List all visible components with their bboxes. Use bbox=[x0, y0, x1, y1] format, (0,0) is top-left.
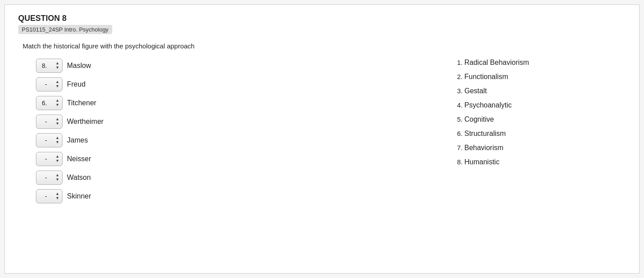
match-row: -▲▼Wertheimer bbox=[36, 115, 169, 129]
answer-item: 3.Gestalt bbox=[453, 87, 529, 95]
answer-number-2: 2. bbox=[453, 73, 463, 80]
dropdown-value-james: - bbox=[39, 137, 47, 144]
dropdown-james[interactable]: -▲▼ bbox=[36, 133, 63, 147]
dropdown-value-skinner: - bbox=[39, 193, 47, 200]
answer-number-1: 1. bbox=[453, 59, 463, 66]
figure-name-maslow: Maslow bbox=[67, 62, 91, 70]
spinner-arrows-james[interactable]: ▲▼ bbox=[55, 136, 59, 145]
spinner-arrows-wertheimer[interactable]: ▲▼ bbox=[55, 117, 59, 126]
answer-item: 7.Behaviorism bbox=[453, 144, 529, 152]
answer-number-4: 4. bbox=[453, 101, 463, 109]
matching-container: 8.▲▼Maslow-▲▼Freud6.▲▼Titchener-▲▼Werthe… bbox=[36, 59, 626, 203]
match-row: -▲▼Watson bbox=[36, 171, 169, 185]
answer-text-6: Structuralism bbox=[464, 130, 506, 138]
question-title: QUESTION 8 bbox=[18, 14, 626, 23]
dropdown-value-neisser: - bbox=[39, 155, 47, 163]
spinner-arrows-skinner[interactable]: ▲▼ bbox=[55, 192, 59, 201]
spinner-arrows-neisser[interactable]: ▲▼ bbox=[55, 155, 59, 163]
spinner-arrows-titchener[interactable]: ▲▼ bbox=[55, 99, 59, 107]
dropdown-titchener[interactable]: 6.▲▼ bbox=[36, 96, 63, 110]
figure-name-neisser: Neisser bbox=[67, 155, 91, 163]
match-row: -▲▼Skinner bbox=[36, 189, 169, 203]
figure-name-freud: Freud bbox=[67, 80, 86, 88]
question-instructions: Match the historical figure with the psy… bbox=[23, 42, 626, 50]
match-row: -▲▼Neisser bbox=[36, 152, 169, 166]
answer-item: 8.Humanistic bbox=[453, 158, 529, 166]
answer-text-2: Functionalism bbox=[464, 73, 508, 81]
answer-item: 2.Functionalism bbox=[453, 73, 529, 81]
answer-item: 6.Structuralism bbox=[453, 130, 529, 138]
figure-name-skinner: Skinner bbox=[67, 192, 91, 200]
dropdown-watson[interactable]: -▲▼ bbox=[36, 171, 63, 185]
figure-name-watson: Watson bbox=[67, 174, 91, 182]
spinner-arrows-freud[interactable]: ▲▼ bbox=[55, 80, 59, 89]
answer-text-1: Radical Behaviorism bbox=[464, 59, 529, 67]
page-container: QUESTION 8 PS10115_24SP Intro. Psycholog… bbox=[4, 4, 640, 274]
answer-number-6: 6. bbox=[453, 130, 463, 137]
dropdown-maslow[interactable]: 8.▲▼ bbox=[36, 59, 63, 73]
answer-number-8: 8. bbox=[453, 158, 463, 166]
answer-text-8: Humanistic bbox=[464, 158, 499, 166]
spinner-arrows-maslow[interactable]: ▲▼ bbox=[55, 61, 59, 70]
answer-text-3: Gestalt bbox=[464, 87, 487, 95]
spinner-arrows-watson[interactable]: ▲▼ bbox=[55, 173, 59, 182]
answer-item: 4.Psychoanalytic bbox=[453, 101, 529, 109]
dropdown-wertheimer[interactable]: -▲▼ bbox=[36, 115, 63, 129]
dropdown-value-watson: - bbox=[39, 174, 47, 181]
course-tag: PS10115_24SP Intro. Psychology bbox=[18, 25, 112, 34]
dropdown-skinner[interactable]: -▲▼ bbox=[36, 189, 63, 203]
dropdown-neisser[interactable]: -▲▼ bbox=[36, 152, 63, 166]
dropdown-value-titchener: 6. bbox=[39, 99, 47, 107]
answer-text-5: Cognitive bbox=[464, 115, 494, 123]
dropdown-value-freud: - bbox=[39, 81, 47, 88]
figure-name-titchener: Titchener bbox=[67, 99, 96, 107]
answer-item: 1.Radical Behaviorism bbox=[453, 59, 529, 67]
figure-name-james: James bbox=[67, 136, 88, 144]
dropdown-value-maslow: 8. bbox=[39, 62, 47, 69]
answer-number-3: 3. bbox=[453, 87, 463, 95]
right-column: 1.Radical Behaviorism2.Functionalism3.Ge… bbox=[453, 59, 529, 203]
left-column: 8.▲▼Maslow-▲▼Freud6.▲▼Titchener-▲▼Werthe… bbox=[36, 59, 169, 203]
answer-text-7: Behaviorism bbox=[464, 144, 503, 152]
answer-number-5: 5. bbox=[453, 115, 463, 123]
match-row: 8.▲▼Maslow bbox=[36, 59, 169, 73]
match-row: 6.▲▼Titchener bbox=[36, 96, 169, 110]
answer-number-7: 7. bbox=[453, 144, 463, 151]
match-row: -▲▼Freud bbox=[36, 77, 169, 91]
answer-text-4: Psychoanalytic bbox=[464, 101, 512, 109]
question-header: QUESTION 8 PS10115_24SP Intro. Psycholog… bbox=[18, 14, 626, 40]
match-row: -▲▼James bbox=[36, 133, 169, 147]
figure-name-wertheimer: Wertheimer bbox=[67, 118, 103, 126]
dropdown-freud[interactable]: -▲▼ bbox=[36, 77, 63, 91]
dropdown-value-wertheimer: - bbox=[39, 118, 47, 125]
answer-item: 5.Cognitive bbox=[453, 115, 529, 123]
